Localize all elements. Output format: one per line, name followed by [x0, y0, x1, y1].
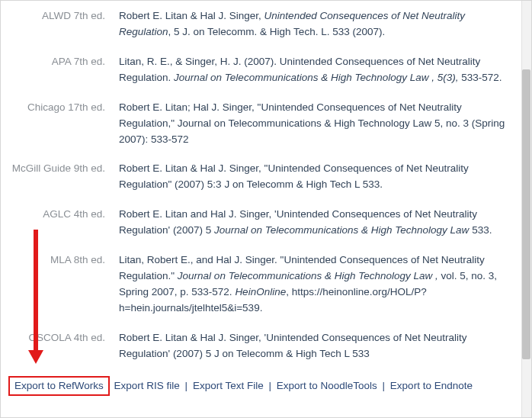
citation-row: OSCOLA 4th ed.Robert E. Litan & Hal J. S…: [8, 330, 510, 362]
citation-segment: Robert E. Litan & Hal J. Singer,: [119, 10, 264, 21]
citation-segment: Robert E. Litan & Hal J. Singer, "Uninte…: [119, 162, 469, 190]
separator: |: [380, 380, 388, 391]
citation-style-label: AGLC 4th ed.: [8, 207, 119, 222]
citation-row: McGill Guide 9th ed.Robert E. Litan & Ha…: [8, 161, 510, 193]
scrollbar-thumb[interactable]: [522, 69, 530, 359]
export-ris-link[interactable]: Export RIS file: [114, 380, 180, 391]
citation-row: AGLC 4th ed.Robert E. Litan and Hal J. S…: [8, 207, 510, 239]
export-refworks-link[interactable]: Export to RefWorks: [14, 380, 104, 391]
separator: |: [266, 380, 274, 391]
scrollbar-track[interactable]: [521, 1, 531, 417]
citation-segment: 533-572.: [459, 72, 502, 83]
citation-text: Robert E. Litan & Hal J. Singer, Uninten…: [119, 8, 510, 40]
citation-list: ALWD 7th ed.Robert E. Litan & Hal J. Sin…: [1, 1, 521, 417]
citation-text: Robert E. Litan & Hal J. Singer, "Uninte…: [119, 161, 510, 193]
citation-row: APA 7th ed.Litan, R. E., & Singer, H. J.…: [8, 54, 510, 86]
citation-style-label: Chicago 17th ed.: [8, 100, 119, 115]
export-noodletools-link[interactable]: Export to NoodleTools: [277, 380, 377, 391]
citation-panel: ALWD 7th ed.Robert E. Litan & Hal J. Sin…: [0, 0, 532, 418]
citation-text: Litan, Robert E., and Hal J. Singer. "Un…: [119, 252, 510, 317]
citation-text: Litan, R. E., & Singer, H. J. (2007). Un…: [119, 54, 510, 86]
citation-segment: Journal on Telecommunications & High Tec…: [178, 270, 438, 281]
citation-segment: Robert E. Litan & Hal J. Singer, 'Uninte…: [119, 332, 467, 359]
citation-text: Robert E. Litan and Hal J. Singer, 'Unin…: [119, 207, 510, 239]
citation-row: MLA 8th ed.Litan, Robert E., and Hal J. …: [8, 252, 510, 317]
citation-row: ALWD 7th ed.Robert E. Litan & Hal J. Sin…: [8, 8, 510, 40]
citation-style-label: APA 7th ed.: [8, 54, 119, 69]
citation-segment: Journal on Telecommunications & High Tec…: [174, 72, 458, 83]
export-text-link[interactable]: Export Text File: [193, 380, 264, 391]
citation-style-label: MLA 8th ed.: [8, 252, 119, 268]
citation-row: Chicago 17th ed.Robert E. Litan; Hal J. …: [8, 100, 510, 148]
citation-text: Robert E. Litan & Hal J. Singer, 'Uninte…: [119, 330, 510, 362]
citation-style-label: OSCOLA 4th ed.: [8, 330, 119, 346]
citation-segment: 533.: [469, 224, 492, 236]
export-bar: Export to RefWorks Export RIS file | Exp…: [8, 376, 510, 396]
citation-segment: Robert E. Litan; Hal J. Singer, "Uninten…: [119, 101, 505, 145]
citation-text: Robert E. Litan; Hal J. Singer, "Uninten…: [119, 100, 510, 148]
citation-style-label: McGill Guide 9th ed.: [8, 161, 119, 176]
export-endnote-link[interactable]: Export to Endnote: [390, 380, 473, 391]
citation-segment: HeinOnline: [235, 286, 286, 297]
citation-segment: Journal on Telecommunications & High Tec…: [214, 224, 469, 236]
citation-segment: , 5 J. on Telecomm. & High Tech. L. 533 …: [168, 26, 386, 37]
citation-style-label: ALWD 7th ed.: [8, 8, 119, 24]
separator: |: [183, 380, 191, 391]
export-refworks-highlight: Export to RefWorks: [8, 376, 110, 396]
